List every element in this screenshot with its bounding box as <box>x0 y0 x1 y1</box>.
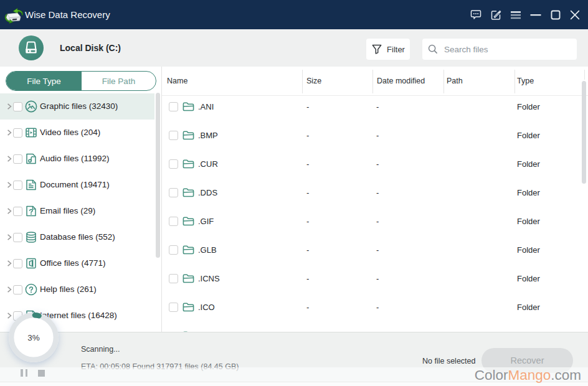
table-row-icns[interactable]: .ICNS--Folder <box>162 268 588 296</box>
sidebar-item-label: Audio files (11992) <box>40 146 110 172</box>
checkbox[interactable] <box>169 217 178 226</box>
checkbox[interactable] <box>13 233 22 242</box>
stop-icon[interactable] <box>38 370 45 377</box>
column-header-name[interactable]: Name <box>167 67 187 96</box>
minimize-icon[interactable] <box>529 9 542 21</box>
sidebar-item-label: Database files (552) <box>40 224 115 250</box>
close-icon[interactable] <box>569 9 581 21</box>
cell-date: - <box>376 268 379 290</box>
menu-icon[interactable] <box>510 9 522 21</box>
maximize-icon[interactable] <box>549 9 562 21</box>
sidebar-scrollbar[interactable] <box>156 93 160 258</box>
folder-icon <box>183 129 194 141</box>
sidebar-item-audio[interactable]: Audio files (11992) <box>0 146 154 172</box>
sidebar-item-video[interactable]: Video files (204) <box>0 120 154 146</box>
table-row-cur[interactable]: .CUR--Folder <box>162 153 588 182</box>
table-row-glb[interactable]: .GLB--Folder <box>162 239 588 268</box>
table-row-ico[interactable]: .ICO--Folder <box>162 296 588 325</box>
cell-size: - <box>306 239 309 261</box>
chevron-right-icon[interactable] <box>6 182 12 188</box>
table-row-gif[interactable]: .GIF--Folder <box>162 210 588 239</box>
sidebar-item-office[interactable]: Office files (4771) <box>0 250 154 276</box>
cell-type: Folder <box>517 296 540 319</box>
table-row-dds[interactable]: .DDS--Folder <box>162 182 588 210</box>
document-files-icon <box>25 179 37 191</box>
cell-name: .GLB <box>198 239 217 261</box>
column-separator <box>443 70 444 93</box>
search-input[interactable] <box>443 44 564 55</box>
cell-name: .CUR <box>198 153 218 176</box>
title-bar: Wise Data Recovery <box>0 0 588 29</box>
folder-icon <box>183 301 194 313</box>
chevron-right-icon[interactable] <box>6 260 12 266</box>
table-row-bmp[interactable]: .BMP--Folder <box>162 125 588 153</box>
folder-icon <box>183 101 194 113</box>
sidebar-item-database[interactable]: Database files (552) <box>0 224 154 250</box>
checkbox[interactable] <box>13 128 22 138</box>
table-row-partial[interactable] <box>162 325 588 332</box>
chevron-right-icon[interactable] <box>6 103 12 110</box>
search-box[interactable] <box>422 39 577 60</box>
scanning-status: Scanning... <box>81 345 120 354</box>
table-scrollbar[interactable] <box>582 81 586 184</box>
checkbox[interactable] <box>169 131 178 140</box>
app-window: Wise Data Recovery Local Disk (C:) Filte… <box>0 0 588 386</box>
filter-button[interactable]: Filter <box>366 39 410 60</box>
cell-size: - <box>306 96 309 118</box>
column-header-date-modified[interactable]: Date modified <box>377 67 425 96</box>
chevron-right-icon[interactable] <box>6 208 12 214</box>
database-files-icon <box>25 231 37 243</box>
sidebar-item-label: Video files (204) <box>40 120 100 146</box>
checkbox[interactable] <box>169 245 178 255</box>
app-logo-icon <box>4 5 24 25</box>
tab-file-path[interactable]: File Path <box>82 72 156 90</box>
cell-type: Folder <box>517 153 540 176</box>
pause-icon[interactable] <box>21 369 27 377</box>
cell-name: .DDS <box>198 182 217 204</box>
checkbox[interactable] <box>169 274 178 283</box>
sidebar-item-document[interactable]: Document (19471) <box>0 172 154 198</box>
edit-icon[interactable] <box>490 9 502 21</box>
sidebar-item-help[interactable]: Help files (261) <box>0 276 154 303</box>
checkbox[interactable] <box>169 159 178 169</box>
sidebar-item-graphic[interactable]: Graphic files (32430) <box>0 93 154 120</box>
column-header-size[interactable]: Size <box>306 67 321 96</box>
checkbox[interactable] <box>169 102 178 111</box>
chevron-right-icon[interactable] <box>6 156 12 162</box>
chevron-right-icon[interactable] <box>6 234 12 240</box>
table-header: NameSizeDate modifiedPathType <box>162 67 588 96</box>
cell-date: - <box>376 96 379 118</box>
drive-icon <box>19 35 44 60</box>
column-header-path[interactable]: Path <box>447 67 463 96</box>
checkbox[interactable] <box>169 303 178 312</box>
file-table: NameSizeDate modifiedPathType .ANI--Fold… <box>162 67 588 332</box>
cell-date: - <box>376 296 379 319</box>
selection-status: No file selected <box>422 357 475 365</box>
sidebar-item-label: Help files (261) <box>40 276 97 303</box>
progress-percent: 3% <box>9 313 59 362</box>
tab-file-type[interactable]: File Type <box>6 72 82 90</box>
chevron-right-icon[interactable] <box>6 129 12 136</box>
feedback-icon[interactable] <box>470 9 482 21</box>
cell-size: - <box>306 153 309 176</box>
checkbox[interactable] <box>13 181 22 190</box>
cell-name: .ICO <box>198 296 215 319</box>
checkbox[interactable] <box>13 207 22 216</box>
checkbox[interactable] <box>169 188 178 197</box>
chevron-right-icon[interactable] <box>6 286 12 293</box>
table-row-ani[interactable]: .ANI--Folder <box>162 96 588 125</box>
cell-name: .ANI <box>198 96 214 118</box>
checkbox[interactable] <box>13 102 22 111</box>
view-switch: File Type File Path <box>6 71 156 91</box>
column-header-type[interactable]: Type <box>517 67 534 96</box>
sidebar-item-email[interactable]: Email files (29) <box>0 198 154 224</box>
checkbox[interactable] <box>13 154 22 164</box>
folder-icon <box>183 215 194 227</box>
cell-size: - <box>306 125 309 147</box>
cell-size: - <box>306 296 309 319</box>
checkbox[interactable] <box>13 285 22 294</box>
audio-files-icon <box>25 153 37 165</box>
cell-type: Folder <box>517 268 540 290</box>
checkbox[interactable] <box>13 259 22 268</box>
cell-date: - <box>376 125 379 147</box>
